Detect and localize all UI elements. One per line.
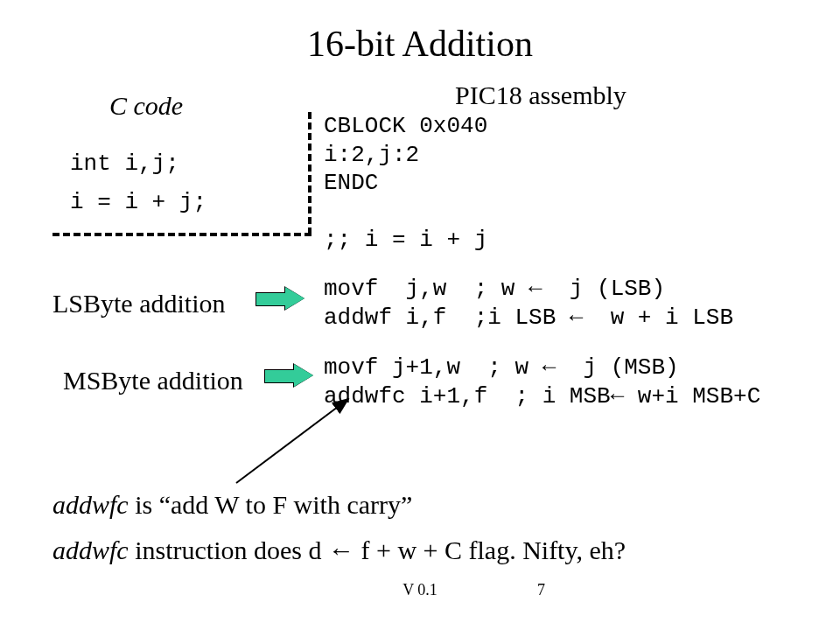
label-msbyte: MSByte addition — [63, 366, 243, 396]
arrow-msb-icon — [264, 364, 313, 387]
footer-version: V 0.1 — [0, 581, 840, 599]
footnote1-keyword: addwfc — [52, 490, 129, 519]
footnote-addwfc-def: addwfc is “add W to F with carry” — [52, 490, 412, 520]
c-code-line2: i = i + j; — [70, 189, 206, 215]
slide-title: 16-bit Addition — [0, 23, 840, 65]
asm-cblock: CBLOCK 0x040 i:2,j:2 ENDC ;; i = i + j — [324, 112, 487, 255]
footnote2-keyword: addwfc — [52, 536, 129, 564]
divider-horizontal — [52, 233, 312, 236]
asm-lsbyte: movf j,w ; w ← j (LSB) addwf i,f ;i LSB … — [324, 275, 733, 332]
asm-msbyte: movf j+1,w ; w ← j (MSB) addwfc i+1,f ; … — [324, 354, 760, 410]
slide: 16-bit Addition C code PIC18 assembly in… — [0, 0, 840, 630]
arrow-lsb-icon — [256, 287, 304, 310]
footnote2-text: instruction does d ← f + w + C flag. Nif… — [129, 536, 626, 564]
c-code-line1: int i,j; — [70, 150, 179, 177]
footnote-addwfc-eq: addwfc instruction does d ← f + w + C fl… — [52, 536, 626, 565]
label-lsbyte: LSByte addition — [52, 289, 226, 318]
footnote1-text: is “add W to F with carry” — [129, 490, 413, 519]
divider-vertical — [308, 112, 312, 234]
svg-line-0 — [236, 399, 348, 483]
label-pic18-assembly: PIC18 assembly — [455, 80, 626, 110]
footer-page-number: 7 — [537, 581, 545, 599]
label-c-code: C code — [109, 91, 183, 121]
